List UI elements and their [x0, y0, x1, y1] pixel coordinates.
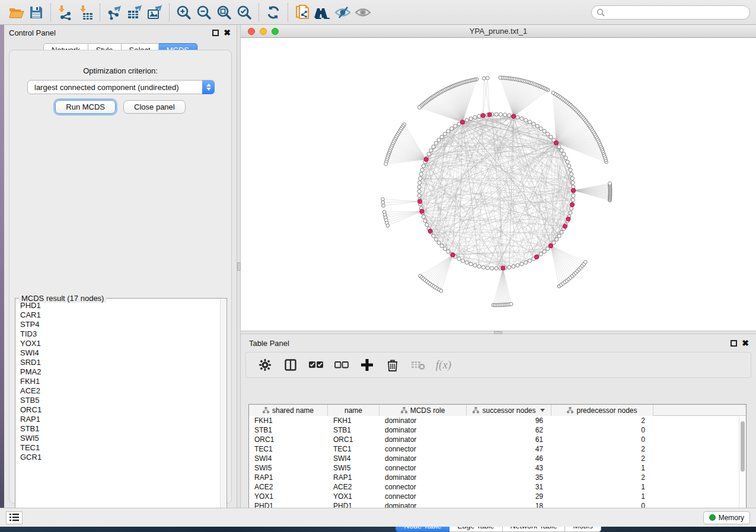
table-scrollbar-thumb[interactable] [741, 421, 745, 472]
graph-node[interactable] [422, 164, 425, 168]
graph-leaf-node[interactable] [482, 76, 486, 80]
column-header-MCDS-role[interactable]: MCDS role [379, 405, 467, 416]
graph-node[interactable] [562, 152, 566, 156]
mcds-result-item[interactable]: GCR1 [20, 453, 221, 462]
graph-node[interactable] [549, 135, 553, 139]
column-header-predecessor-nodes[interactable]: predecessor nodes [551, 405, 653, 416]
graph-node[interactable] [557, 234, 561, 238]
mcds-result-item[interactable]: ACE2 [20, 386, 221, 396]
graph-leaf-node[interactable] [509, 303, 513, 306]
mcds-result-item[interactable]: STP4 [20, 320, 221, 329]
graph-node[interactable] [473, 116, 477, 119]
mcds-result-item[interactable]: YOX1 [20, 339, 221, 348]
export-network-icon[interactable] [104, 2, 125, 23]
graph-node[interactable] [524, 261, 528, 264]
graph-node[interactable] [567, 164, 571, 168]
graph-node[interactable] [535, 124, 539, 128]
mcds-node[interactable] [420, 209, 424, 213]
graph-leaf-node[interactable] [386, 224, 390, 227]
search-binoculars-icon[interactable] [312, 2, 333, 23]
graph-node[interactable] [446, 129, 450, 133]
graph-node[interactable] [473, 264, 477, 267]
mcds-result-item[interactable]: STB1 [20, 424, 221, 434]
open-session-icon[interactable] [6, 2, 26, 23]
clone-network-icon[interactable] [292, 2, 312, 23]
graph-node[interactable] [434, 142, 438, 145]
graph-node[interactable] [499, 113, 502, 116]
graph-node[interactable] [516, 116, 519, 119]
memory-button[interactable]: Memory [703, 511, 750, 524]
search-input[interactable] [605, 7, 745, 18]
delete-row-icon[interactable] [385, 358, 400, 372]
mcds-result-item[interactable]: RAP1 [20, 415, 221, 424]
mcds-node[interactable] [460, 120, 464, 124]
graph-node[interactable] [520, 117, 524, 120]
graph-node[interactable] [570, 177, 574, 180]
table-row[interactable]: TEC1TEC1connector472 [249, 444, 746, 454]
column-header-shared-name[interactable]: shared name [249, 405, 328, 416]
graph-leaf-node[interactable] [384, 162, 388, 166]
table-row[interactable]: STB1STB1dominator620 [249, 425, 746, 435]
mcds-node[interactable] [571, 188, 575, 193]
mcds-result-item[interactable]: SWI5 [20, 434, 221, 443]
graph-node[interactable] [454, 124, 457, 128]
graph-node[interactable] [571, 181, 575, 184]
refresh-layout-icon[interactable] [263, 2, 283, 23]
mcds-node[interactable] [424, 158, 428, 162]
mcds-node[interactable] [428, 229, 432, 233]
clear-selection-icon[interactable] [334, 358, 349, 372]
graph-node[interactable] [546, 132, 550, 136]
graph-node[interactable] [524, 118, 528, 122]
table-row[interactable]: ACE2ACE2connector311 [249, 482, 746, 492]
graph-node[interactable] [528, 259, 531, 262]
graph-node[interactable] [566, 160, 569, 164]
mcds-result-item[interactable]: TID3 [20, 329, 221, 339]
column-header-successor-nodes[interactable]: successor nodes [467, 405, 551, 416]
graph-leaf-node[interactable] [382, 204, 385, 207]
graph-node[interactable] [419, 172, 423, 176]
graph-node[interactable] [446, 250, 450, 254]
graph-node[interactable] [552, 241, 556, 245]
window-zoom-icon[interactable] [272, 28, 279, 35]
graph-node[interactable] [417, 185, 421, 189]
mcds-result-item[interactable]: SRD1 [20, 358, 221, 367]
graph-node[interactable] [569, 168, 572, 172]
graph-leaf-node[interactable] [608, 182, 612, 185]
mcds-list-scrollbar[interactable] [220, 299, 226, 518]
mcds-result-item[interactable]: FKH1 [20, 377, 221, 386]
graph-node[interactable] [450, 127, 454, 130]
graph-node[interactable] [469, 262, 473, 266]
graph-node[interactable] [520, 262, 524, 266]
mcds-result-item[interactable]: TEC1 [20, 443, 221, 453]
graph-node[interactable] [422, 215, 425, 219]
graph-node[interactable] [495, 113, 498, 116]
graph-node[interactable] [569, 211, 572, 214]
column-header-name[interactable]: name [328, 405, 379, 416]
table-row[interactable]: SWI4SWI4dominator462 [249, 454, 746, 463]
float-panel-icon[interactable] [731, 340, 737, 347]
show-columns-icon[interactable] [283, 358, 298, 372]
graph-node[interactable] [528, 120, 531, 124]
graph-node[interactable] [516, 264, 519, 267]
table-row[interactable]: RAP1RAP1dominator352 [249, 473, 746, 482]
graph-node[interactable] [443, 132, 446, 136]
vertical-split-divider[interactable] [237, 25, 241, 508]
graph-node[interactable] [539, 127, 543, 130]
graph-node[interactable] [477, 265, 481, 268]
float-panel-icon[interactable] [212, 30, 219, 36]
window-minimize-icon[interactable] [260, 28, 267, 35]
graph-node[interactable] [481, 265, 485, 269]
task-history-button[interactable] [6, 511, 23, 524]
mcds-node[interactable] [481, 113, 485, 117]
network-search-field[interactable] [591, 5, 750, 20]
import-table-icon[interactable] [75, 2, 95, 23]
graph-node[interactable] [543, 250, 546, 254]
hide-selection-icon[interactable] [333, 2, 353, 23]
save-session-icon[interactable] [26, 2, 46, 23]
run-mcds-button[interactable]: Run MCDS [55, 100, 116, 114]
graph-leaf-node[interactable] [486, 76, 489, 80]
window-close-icon[interactable] [248, 28, 255, 35]
mcds-node[interactable] [487, 113, 492, 117]
mcds-node[interactable] [451, 253, 455, 257]
graph-node[interactable] [495, 267, 498, 270]
